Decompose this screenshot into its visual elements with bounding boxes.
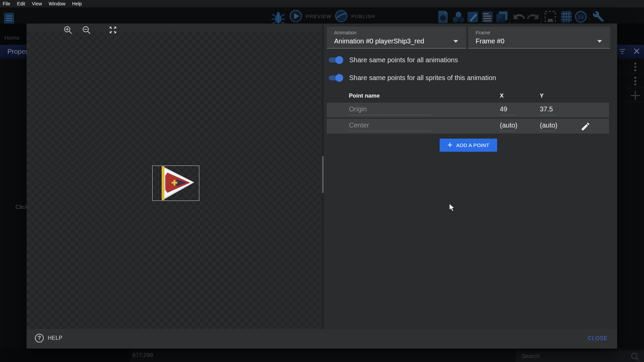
menu-edit[interactable]: Edit xyxy=(17,1,25,6)
layers-icon[interactable] xyxy=(495,10,508,24)
search-input[interactable]: Search xyxy=(516,351,644,362)
preview-button[interactable]: PREVIEW xyxy=(289,9,331,23)
points-panel: Animation Animation #0 playerShip3_red F… xyxy=(324,24,617,329)
status-bar-left-segment xyxy=(0,349,129,362)
menu-bar: File Edit View Window Help xyxy=(0,0,644,7)
wrench-icon[interactable] xyxy=(592,10,605,24)
header-point-name: Point name xyxy=(349,93,380,99)
undo-icon[interactable] xyxy=(513,11,525,22)
toggle-switch[interactable] xyxy=(328,74,343,82)
edit-scene-icon[interactable] xyxy=(467,10,479,24)
help-label: HELP xyxy=(48,335,63,341)
events-icon[interactable] xyxy=(481,10,494,24)
mask-icon[interactable] xyxy=(544,10,557,24)
add-a-point-label: ADD A POINT xyxy=(456,142,489,148)
sprite-canvas[interactable] xyxy=(27,24,322,329)
kebab-menu-icon[interactable] xyxy=(633,76,637,86)
edit-points-dialog: Animation Animation #0 playerShip3_red F… xyxy=(27,24,617,349)
menu-view[interactable]: View xyxy=(32,1,42,6)
edit-pencil-icon[interactable] xyxy=(580,121,591,132)
dialog-footer: ? HELP CLOSE xyxy=(27,329,617,349)
header-x: X xyxy=(500,93,504,99)
preview-play-icon xyxy=(289,9,303,23)
cursor-coordinates: 677;299 xyxy=(132,352,153,359)
publish-globe-icon xyxy=(334,9,348,23)
menu-help[interactable]: Help xyxy=(72,1,82,6)
points-table-header: Point name X Y xyxy=(327,89,609,103)
chevron-down-icon xyxy=(453,40,458,43)
toggle-switch[interactable] xyxy=(328,56,343,64)
status-bar: 677;299 Search xyxy=(0,349,644,362)
preview-label: PREVIEW xyxy=(306,13,331,19)
point-x-field[interactable]: 49 xyxy=(500,105,515,115)
menu-window[interactable]: Window xyxy=(49,1,66,6)
header-y: Y xyxy=(540,93,544,99)
redo-icon[interactable] xyxy=(527,11,539,22)
frame-select-label: Frame xyxy=(476,30,490,35)
toolbar: PREVIEW PUBLISH xyxy=(0,7,644,24)
close-button[interactable]: CLOSE xyxy=(588,335,608,341)
publish-button[interactable]: PUBLISH xyxy=(334,9,375,23)
kebab-menu-icon[interactable] xyxy=(633,62,637,72)
point-y-field[interactable]: 37.5 xyxy=(540,105,555,115)
menu-file[interactable]: File xyxy=(3,1,10,6)
grid-icon[interactable] xyxy=(560,10,573,24)
animation-select-label: Animation xyxy=(334,30,357,35)
plus-icon: + xyxy=(447,140,452,149)
mouse-cursor xyxy=(449,204,456,212)
frame-select[interactable]: Frame Frame #0 xyxy=(468,27,610,48)
frame-select-value: Frame #0 xyxy=(476,37,505,45)
publish-label: PUBLISH xyxy=(351,13,375,19)
close-icon[interactable] xyxy=(634,48,640,54)
toggle-share-all-sprites[interactable]: Share same points for all sprites of thi… xyxy=(328,72,496,84)
objects-icon[interactable] xyxy=(437,10,450,24)
table-row-origin[interactable]: Origin 49 37.5 xyxy=(327,103,609,117)
search-icon xyxy=(630,352,640,362)
instances-icon[interactable] xyxy=(452,10,465,24)
zoom-1-1-icon[interactable]: 1:1 xyxy=(574,10,588,24)
add-a-point-button[interactable]: + ADD A POINT xyxy=(440,139,497,152)
filter-icon[interactable] xyxy=(619,48,626,55)
zoom-in-icon[interactable] xyxy=(64,26,72,34)
chevron-down-icon xyxy=(597,40,602,43)
svg-text:1:1: 1:1 xyxy=(578,15,584,20)
background-hint-text: Click xyxy=(15,204,28,211)
search-placeholder: Search xyxy=(522,353,540,360)
animation-select[interactable]: Animation Animation #0 playerShip3_red xyxy=(327,27,466,48)
sprite-bounds xyxy=(152,166,199,201)
zoom-out-icon[interactable] xyxy=(82,26,91,34)
point-name-field: Origin xyxy=(349,105,431,115)
toggle-label: Share same points for all animations xyxy=(349,56,458,64)
fit-to-screen-icon[interactable] xyxy=(109,26,117,34)
toggle-label: Share same points for all sprites of thi… xyxy=(349,74,496,82)
help-button[interactable]: ? HELP xyxy=(35,334,63,342)
point-x-field[interactable]: (auto) xyxy=(500,121,515,131)
properties-title: Proper xyxy=(7,48,28,56)
toggle-share-all-animations[interactable]: Share same points for all animations xyxy=(328,54,458,66)
tab-home[interactable]: Home xyxy=(4,35,19,41)
animation-select-value: Animation #0 playerShip3_red xyxy=(334,37,424,45)
point-y-field[interactable]: (auto) xyxy=(540,121,555,131)
help-icon: ? xyxy=(35,334,44,342)
table-row-center[interactable]: Center (auto) (auto) xyxy=(327,119,609,134)
points-table: Point name X Y Origin 49 37.5 Center (au… xyxy=(327,89,609,135)
sprite-image xyxy=(153,166,199,201)
point-name-field: Center xyxy=(349,121,431,131)
add-icon[interactable] xyxy=(630,90,641,101)
app-window: File Edit View Window Help xyxy=(0,0,644,362)
